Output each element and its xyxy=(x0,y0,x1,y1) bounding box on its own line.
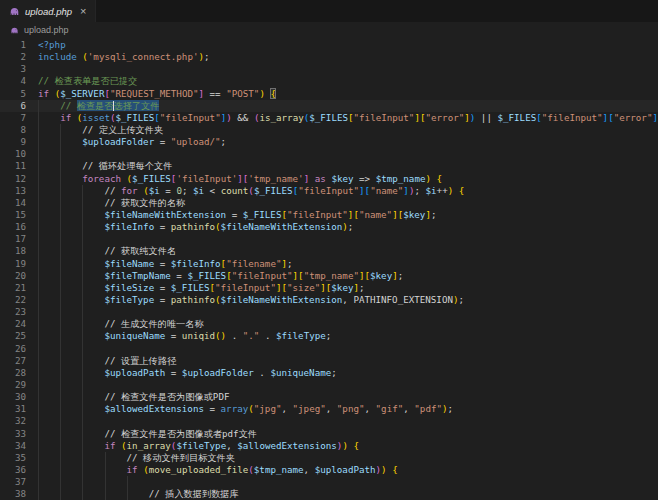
line-number[interactable]: 33 xyxy=(0,428,26,440)
line-content[interactable]: // 检查是否选择了文件 xyxy=(26,100,658,112)
line-content[interactable]: // 移动文件到目标文件夹 xyxy=(26,452,658,464)
line-number[interactable]: 25 xyxy=(0,330,26,342)
line-number[interactable]: 16 xyxy=(0,221,26,233)
line-content[interactable]: // 获取纯文件名 xyxy=(26,245,658,257)
line-number[interactable]: 28 xyxy=(0,367,26,379)
code-line[interactable]: 13 // for ($i = 0; $i < count($_FILES["f… xyxy=(0,185,658,197)
code-editor[interactable]: 1<?php2include ('mysqli_connect.php');34… xyxy=(0,38,658,500)
line-content[interactable]: // for ($i = 0; $i < count($_FILES["file… xyxy=(26,185,658,197)
code-line[interactable]: 33 // 检查文件是否为图像或者pdf文件 xyxy=(0,428,658,440)
code-line[interactable]: 7 if (isset($_FILES["fileInput"]) && (is… xyxy=(0,112,658,124)
line-number[interactable]: 36 xyxy=(0,464,26,476)
line-number[interactable]: 1 xyxy=(0,39,26,51)
code-line[interactable]: 32 xyxy=(0,415,658,427)
line-content[interactable] xyxy=(26,63,658,75)
line-content[interactable]: // 定义上传文件夹 xyxy=(26,124,658,136)
close-tab-icon[interactable]: × xyxy=(80,6,86,17)
code-line[interactable]: 5if ($_SERVER["REQUEST_METHOD"] == "POST… xyxy=(0,88,658,100)
code-line[interactable]: 15 $fileNameWithExtension = $_FILES["fil… xyxy=(0,209,658,221)
code-line[interactable]: 36 if (move_uploaded_file($tmp_name, $up… xyxy=(0,464,658,476)
code-line[interactable]: 26 xyxy=(0,343,658,355)
line-content[interactable]: // 检查文件是否为图像或PDF xyxy=(26,391,658,403)
line-number[interactable]: 6 xyxy=(0,100,26,112)
line-number[interactable]: 29 xyxy=(0,379,26,391)
line-content[interactable]: $uniqueName = uniqid() . "." . $fileType… xyxy=(26,330,658,342)
line-number[interactable]: 30 xyxy=(0,391,26,403)
code-line[interactable]: 3 xyxy=(0,63,658,75)
code-line[interactable]: 12 foreach ($_FILES['fileInput']['tmp_na… xyxy=(0,173,658,185)
line-content[interactable]: // 生成文件的唯一名称 xyxy=(26,318,658,330)
code-line[interactable]: 16 $fileInfo = pathinfo($fileNameWithExt… xyxy=(0,221,658,233)
line-content[interactable]: // 检查表单是否已提交 xyxy=(26,75,658,87)
line-number[interactable]: 5 xyxy=(0,88,26,100)
code-line[interactable]: 24 // 生成文件的唯一名称 xyxy=(0,318,658,330)
line-content[interactable] xyxy=(26,343,658,355)
code-line[interactable]: 17 xyxy=(0,233,658,245)
line-number[interactable]: 31 xyxy=(0,403,26,415)
code-line[interactable]: 10 xyxy=(0,148,658,160)
line-number[interactable]: 2 xyxy=(0,51,26,63)
line-content[interactable]: if (move_uploaded_file($tmp_name, $uploa… xyxy=(26,464,658,476)
line-content[interactable] xyxy=(26,233,658,245)
code-line[interactable]: 21 $fileSize = $_FILES["fileInput"]["siz… xyxy=(0,282,658,294)
line-content[interactable]: $fileNameWithExtension = $_FILES["fileIn… xyxy=(26,209,658,221)
line-number[interactable]: 12 xyxy=(0,173,26,185)
line-content[interactable] xyxy=(26,306,658,318)
line-content[interactable]: // 获取文件的名称 xyxy=(26,197,658,209)
line-number[interactable]: 11 xyxy=(0,160,26,172)
line-number[interactable]: 10 xyxy=(0,148,26,160)
line-content[interactable]: $fileInfo = pathinfo($fileNameWithExtens… xyxy=(26,221,658,233)
code-line[interactable]: 37 xyxy=(0,476,658,488)
line-number[interactable]: 4 xyxy=(0,75,26,87)
line-content[interactable]: $allowedExtensions = array("jpg", "jpeg"… xyxy=(26,403,658,415)
line-content[interactable]: $fileSize = $_FILES["fileInput"]["size"]… xyxy=(26,282,658,294)
line-content[interactable] xyxy=(26,415,658,427)
breadcrumb-item[interactable]: upload.php xyxy=(24,25,69,35)
code-line[interactable]: 23 xyxy=(0,306,658,318)
code-line[interactable]: 4// 检查表单是否已提交 xyxy=(0,75,658,87)
line-number[interactable]: 17 xyxy=(0,233,26,245)
line-number[interactable]: 8 xyxy=(0,124,26,136)
line-content[interactable]: // 检查文件是否为图像或者pdf文件 xyxy=(26,428,658,440)
code-line[interactable]: 31 $allowedExtensions = array("jpg", "jp… xyxy=(0,403,658,415)
code-line[interactable]: 8 // 定义上传文件夹 xyxy=(0,124,658,136)
line-number[interactable]: 9 xyxy=(0,136,26,148)
line-content[interactable]: // 设置上传路径 xyxy=(26,355,658,367)
code-line[interactable]: 28 $uploadPath = $uploadFolder . $unique… xyxy=(0,367,658,379)
code-line[interactable]: 9 $uploadFolder = "upload/"; xyxy=(0,136,658,148)
line-content[interactable]: foreach ($_FILES['fileInput']['tmp_name'… xyxy=(26,173,658,185)
code-line[interactable]: 22 $fileType = pathinfo($fileNameWithExt… xyxy=(0,294,658,306)
line-number[interactable]: 27 xyxy=(0,355,26,367)
line-content[interactable] xyxy=(26,379,658,391)
line-content[interactable]: $fileTmpName = $_FILES["fileInput"]["tmp… xyxy=(26,270,658,282)
line-content[interactable]: if (in_array($fileType, $allowedExtensio… xyxy=(26,440,658,452)
line-content[interactable] xyxy=(26,148,658,160)
line-number[interactable]: 15 xyxy=(0,209,26,221)
line-number[interactable]: 3 xyxy=(0,63,26,75)
code-line[interactable]: 34 if (in_array($fileType, $allowedExten… xyxy=(0,440,658,452)
line-number[interactable]: 21 xyxy=(0,282,26,294)
line-content[interactable]: if ($_SERVER["REQUEST_METHOD"] == "POST"… xyxy=(26,88,658,100)
code-line[interactable]: 27 // 设置上传路径 xyxy=(0,355,658,367)
line-number[interactable]: 38 xyxy=(0,488,26,500)
code-line[interactable]: 35 // 移动文件到目标文件夹 xyxy=(0,452,658,464)
code-line[interactable]: 14 // 获取文件的名称 xyxy=(0,197,658,209)
line-number[interactable]: 18 xyxy=(0,245,26,257)
code-line[interactable]: 18 // 获取纯文件名 xyxy=(0,245,658,257)
line-number[interactable]: 24 xyxy=(0,318,26,330)
line-content[interactable]: $fileName = $fileInfo["filename"]; xyxy=(26,258,658,270)
line-number[interactable]: 37 xyxy=(0,476,26,488)
line-number[interactable]: 32 xyxy=(0,415,26,427)
line-content[interactable]: $uploadFolder = "upload/"; xyxy=(26,136,658,148)
code-line[interactable]: 25 $uniqueName = uniqid() . "." . $fileT… xyxy=(0,330,658,342)
line-number[interactable]: 14 xyxy=(0,197,26,209)
line-number[interactable]: 13 xyxy=(0,185,26,197)
line-content[interactable]: if (isset($_FILES["fileInput"]) && (is_a… xyxy=(26,112,658,124)
line-content[interactable] xyxy=(26,476,658,488)
code-line[interactable]: 19 $fileName = $fileInfo["filename"]; xyxy=(0,258,658,270)
code-line[interactable]: 20 $fileTmpName = $_FILES["fileInput"]["… xyxy=(0,270,658,282)
line-number[interactable]: 22 xyxy=(0,294,26,306)
tab-upload-php[interactable]: upload.php × xyxy=(0,0,96,22)
line-content[interactable]: <?php xyxy=(26,39,658,51)
code-line[interactable]: 29 xyxy=(0,379,658,391)
